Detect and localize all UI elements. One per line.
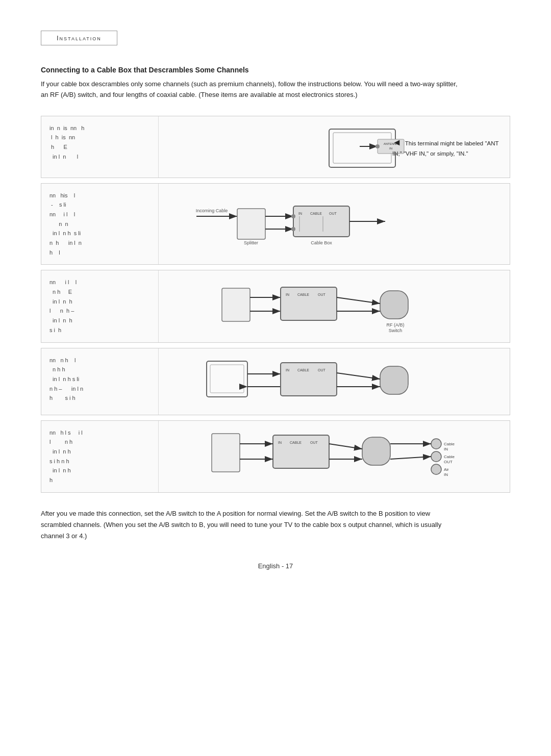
diagram-row-4: nn n h l n h h in l n h s li n h – in l … xyxy=(41,348,510,415)
intro-text: If your cable box descrambles only some … xyxy=(41,79,459,100)
svg-text:Switch: Switch xyxy=(389,328,403,333)
diagram-row-5: nn h l s i l l n h in l n h s i h n h in… xyxy=(41,420,510,493)
svg-text:OUT: OUT xyxy=(329,212,337,215)
svg-text:IN: IN xyxy=(278,441,282,444)
svg-text:Cable: Cable xyxy=(444,455,455,459)
svg-text:IN: IN xyxy=(444,472,448,477)
diagram-text-2: nn his l - s li nn i l l n n in l n h s … xyxy=(41,184,159,265)
svg-text:CABLE: CABLE xyxy=(297,293,309,296)
svg-line-61 xyxy=(329,444,362,449)
svg-line-67 xyxy=(390,457,431,459)
svg-point-64 xyxy=(431,451,441,462)
diagram-text-4: nn n h l n h h in l n h s li n h – in l … xyxy=(41,348,159,415)
note-text: This terminal might be labeled "ANT IN,"… xyxy=(392,140,498,156)
svg-rect-41 xyxy=(207,361,247,397)
svg-point-65 xyxy=(431,464,441,474)
page: Installation Connecting to a Cable Box t… xyxy=(0,0,551,756)
svg-text:Air: Air xyxy=(444,467,449,472)
diagrams-area: in n is nn h l h is nn h E in l n l ANTE… xyxy=(41,116,510,493)
svg-text:OUT: OUT xyxy=(444,460,453,464)
svg-rect-16 xyxy=(293,206,349,237)
svg-text:Cable Box: Cable Box xyxy=(311,240,332,245)
svg-text:Incoming Cable: Incoming Cable xyxy=(196,208,228,213)
svg-rect-34 xyxy=(380,291,408,319)
svg-text:CABLE: CABLE xyxy=(290,441,302,444)
svg-rect-12 xyxy=(237,209,265,239)
diagram-text-3: nn i l l n h E in l n h l n h – in l n h… xyxy=(41,270,159,342)
diagram-row-3: nn i l l n h E in l n h l n h – in l n h… xyxy=(41,270,510,342)
svg-line-50 xyxy=(337,373,380,379)
diagram-visual-2: Incoming Cable Splitter IN CABLE OUT xyxy=(159,184,510,265)
svg-text:Cable: Cable xyxy=(444,442,455,446)
page-number: English - 17 xyxy=(41,562,510,570)
svg-rect-60 xyxy=(362,437,390,465)
diagram-svg-5: IN CABLE OUT Cable IN xyxy=(186,426,482,487)
svg-text:CABLE: CABLE xyxy=(297,368,309,372)
header-label: Installation xyxy=(57,34,102,42)
diagram-svg-4: IN CABLE OUT xyxy=(191,354,477,410)
svg-point-22 xyxy=(291,214,295,218)
svg-rect-30 xyxy=(281,287,337,320)
svg-text:Splitter: Splitter xyxy=(244,240,258,245)
svg-text:CABLE: CABLE xyxy=(310,212,322,215)
diagram-text-5: nn h l s i l l n h in l n h s i h n h in… xyxy=(41,421,159,492)
svg-text:RF (A/B): RF (A/B) xyxy=(387,322,405,327)
svg-text:IN: IN xyxy=(444,447,448,451)
note-box: ◄ This terminal might be labeled "ANT IN… xyxy=(392,135,505,158)
diagram-row-1: in n is nn h l h is nn h E in l n l ANTE… xyxy=(41,116,510,178)
note-arrow: ◄ xyxy=(392,137,402,147)
svg-rect-42 xyxy=(210,365,244,393)
svg-text:OUT: OUT xyxy=(310,441,318,444)
svg-text:IN: IN xyxy=(298,212,302,215)
svg-rect-49 xyxy=(380,366,408,394)
diagram-svg-3: IN CABLE OUT RF (A/B) Switch xyxy=(191,278,477,334)
diagram-svg-2: Incoming Cable Splitter IN CABLE OUT xyxy=(191,196,477,252)
svg-text:IN: IN xyxy=(286,293,289,296)
svg-rect-54 xyxy=(273,435,329,468)
header-box: Installation xyxy=(41,31,117,45)
diagram-row-2: nn his l - s li nn i l l n n in l n h s … xyxy=(41,183,510,265)
svg-line-35 xyxy=(337,297,380,304)
footer-text: After you ve made this connection, set t… xyxy=(41,508,459,542)
svg-point-63 xyxy=(431,439,441,449)
svg-point-7 xyxy=(375,144,380,148)
svg-rect-27 xyxy=(222,288,250,321)
diagram-visual-1: ANTENNA IN ◄ This terminal might be xyxy=(159,116,510,178)
svg-text:IN: IN xyxy=(286,368,289,372)
diagram-text-1: in n is nn h l h is nn h E in l n l xyxy=(41,116,159,178)
svg-text:OUT: OUT xyxy=(318,293,326,296)
svg-rect-45 xyxy=(281,363,337,396)
diagram-visual-4: IN CABLE OUT xyxy=(159,348,510,415)
svg-point-23 xyxy=(291,227,295,231)
svg-rect-53 xyxy=(212,434,240,472)
section-title: Connecting to a Cable Box that Descrambl… xyxy=(41,66,510,74)
diagram-visual-5: IN CABLE OUT Cable IN xyxy=(159,421,510,492)
svg-text:OUT: OUT xyxy=(318,368,326,372)
diagram-visual-3: IN CABLE OUT RF (A/B) Switch xyxy=(159,270,510,342)
